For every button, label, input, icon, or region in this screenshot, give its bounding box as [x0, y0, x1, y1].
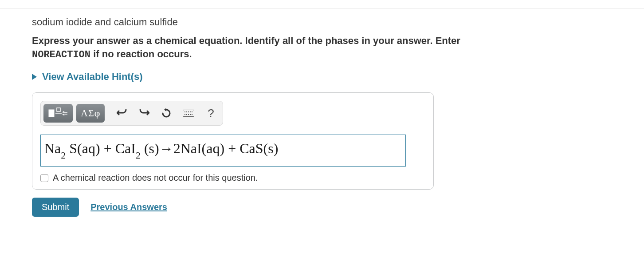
svg-rect-0: [49, 110, 54, 117]
footer-actions: Submit Previous Answers: [32, 198, 532, 217]
answer-box: ΑΣφ ? Na2 S(aq: [32, 92, 434, 190]
question-container: sodium iodide and calcium sulfide Expres…: [0, 8, 532, 217]
no-reaction-row[interactable]: A chemical reaction does not occur for t…: [40, 173, 425, 183]
instruction-post: if no reaction occurs.: [90, 48, 192, 60]
triangle-right-icon: [32, 74, 37, 80]
no-reaction-label: A chemical reaction does not occur for t…: [53, 173, 258, 183]
redo-button[interactable]: [135, 104, 153, 123]
submit-button[interactable]: Submit: [32, 198, 79, 217]
hints-toggle[interactable]: View Available Hint(s): [32, 71, 143, 83]
instruction-pre: Express your answer as a chemical equati…: [32, 35, 460, 46]
equation-input[interactable]: Na2 S(aq) + CaI2 (s)→2NaI(aq) + CaS(s): [40, 135, 406, 167]
templates-button[interactable]: [43, 104, 73, 123]
reset-button[interactable]: [157, 104, 176, 123]
hints-label: View Available Hint(s): [42, 71, 143, 83]
redo-icon: [139, 108, 149, 118]
previous-answers-link[interactable]: Previous Answers: [90, 202, 167, 212]
undo-button[interactable]: [113, 104, 131, 123]
fraction-template-icon: [48, 107, 68, 119]
reset-icon: [161, 108, 172, 119]
answer-instruction: Express your answer as a chemical equati…: [32, 34, 511, 61]
greek-symbols-button[interactable]: ΑΣφ: [76, 104, 105, 123]
keyboard-button[interactable]: [179, 104, 198, 123]
instruction-code: NOREACTION: [32, 49, 90, 60]
help-button[interactable]: ?: [201, 104, 220, 123]
no-reaction-checkbox[interactable]: [40, 174, 48, 182]
undo-icon: [117, 108, 127, 118]
svg-rect-1: [57, 108, 60, 111]
keyboard-icon: [183, 110, 194, 117]
question-prompt: sodium iodide and calcium sulfide: [32, 16, 532, 28]
equation-toolbar: ΑΣφ ?: [40, 101, 223, 126]
